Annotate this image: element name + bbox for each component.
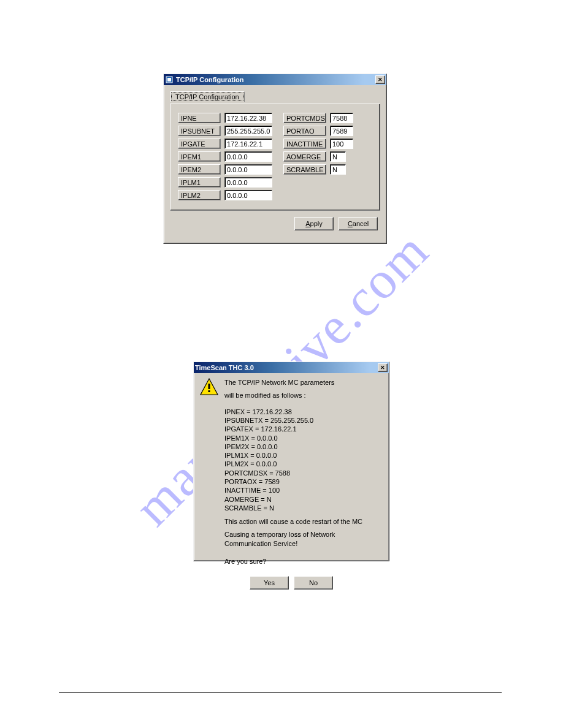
label-aomerge: AOMERGE [283, 151, 326, 162]
no-button-label: No [309, 579, 318, 586]
label-scramble: SCRAMBLE [283, 164, 326, 175]
input-aomerge[interactable]: N [330, 151, 346, 162]
cancel-button[interactable]: Cancel [339, 217, 378, 230]
param-line: PORTCMDSX = 7588 [224, 469, 383, 477]
label-ipne: IPNE [178, 113, 221, 123]
left-column: IPNE 172.16.22.38 IPSUBNET 255.255.255.0… [178, 113, 272, 203]
param-line: IPNEX = 172.16.22.38 [224, 408, 383, 416]
param-line: IPSUBNETX = 255.255.255.0 [224, 416, 383, 425]
param-line: IPLM1X = 0.0.0.0 [224, 451, 383, 460]
label-ipgate: IPGATE [178, 138, 221, 149]
input-ipem2[interactable]: 0.0.0.0 [224, 164, 272, 175]
label-iplm1: IPLM1 [178, 177, 221, 188]
input-ipgate[interactable]: 172.16.22.1 [224, 138, 272, 149]
yes-button[interactable]: Yes [250, 576, 289, 590]
cancel-button-label: Cancel [348, 220, 369, 227]
label-ipem2: IPEM2 [178, 164, 221, 175]
input-iplm2[interactable]: 0.0.0.0 [224, 190, 272, 200]
field-scramble: SCRAMBLE N [283, 164, 353, 175]
label-iplm2: IPLM2 [178, 190, 221, 200]
warning-line-2: Causing a temporary loss of Network Comm… [224, 530, 383, 548]
titlebar: TCP/IP Configuration ✕ [164, 74, 386, 85]
apply-button[interactable]: Apply [294, 217, 334, 230]
label-portcmds: PORTCMDS [283, 113, 326, 123]
button-row: Apply Cancel [164, 217, 378, 230]
apply-button-label: Apply [305, 220, 323, 227]
intro-line-2: will be modified as follows : [224, 391, 383, 400]
tab-tcpip-config[interactable]: TCP/IP Configuration [170, 91, 245, 102]
warning-icon [200, 378, 220, 570]
param-line: SCRAMBLE = N [224, 504, 383, 512]
window-title: TCP/IP Configuration [176, 76, 375, 83]
field-portcmds: PORTCMDS 7588 [283, 113, 353, 123]
tcpip-config-dialog: TCP/IP Configuration ✕ TCP/IP Configurat… [163, 74, 387, 244]
field-inacttime: INACTTIME 100 [283, 138, 353, 149]
field-portao: PORTAO 7589 [283, 126, 353, 136]
svg-rect-4 [209, 390, 210, 392]
confirm-question: Are you sure? [224, 557, 383, 566]
label-ipsubnet: IPSUBNET [178, 126, 221, 136]
label-ipem1: IPEM1 [178, 151, 221, 162]
param-line: AOMERGE = N [224, 495, 383, 504]
param-line: IPEM2X = 0.0.0.0 [224, 442, 383, 451]
window-title: TimeScan THC 3.0 [195, 364, 378, 371]
app-icon [165, 75, 174, 84]
tab-label: TCP/IP Configuration [175, 93, 239, 100]
intro-line-1: The TCP/IP Network MC parameters [224, 378, 383, 387]
param-line: INACTTIME = 100 [224, 486, 383, 495]
field-ipsubnet: IPSUBNET 255.255.255.0 [178, 126, 272, 136]
input-inacttime[interactable]: 100 [330, 138, 353, 149]
input-ipne[interactable]: 172.16.22.38 [224, 113, 272, 123]
tab-panel: IPNE 172.16.22.38 IPSUBNET 255.255.255.0… [170, 104, 380, 211]
yes-button-label: Yes [264, 579, 275, 586]
right-column: PORTCMDS 7588 PORTAO 7589 INACTTIME 100 … [283, 113, 353, 203]
label-inacttime: INACTTIME [283, 138, 326, 149]
svg-rect-3 [209, 384, 210, 389]
param-line: PORTAOX = 7589 [224, 477, 383, 486]
dialog-buttons: Yes No [194, 576, 389, 594]
input-ipem1[interactable]: 0.0.0.0 [224, 151, 272, 162]
no-button[interactable]: No [294, 576, 333, 590]
param-line: IPLM2X = 0.0.0.0 [224, 460, 383, 468]
field-ipgate: IPGATE 172.16.22.1 [178, 138, 272, 149]
field-iplm1: IPLM1 0.0.0.0 [178, 177, 272, 188]
input-ipsubnet[interactable]: 255.255.255.0 [224, 126, 272, 136]
param-line: IPEM1X = 0.0.0.0 [224, 434, 383, 442]
input-portao[interactable]: 7589 [330, 126, 353, 136]
page-divider [59, 692, 502, 693]
close-button[interactable]: ✕ [378, 363, 388, 372]
field-ipem2: IPEM2 0.0.0.0 [178, 164, 272, 175]
parameter-list: IPNEX = 172.16.22.38 IPSUBNETX = 255.255… [224, 408, 383, 513]
warning-line-1: This action will cause a code restart of… [224, 517, 383, 526]
titlebar: TimeScan THC 3.0 ✕ [194, 362, 389, 373]
label-portao: PORTAO [283, 126, 326, 136]
field-ipem1: IPEM1 0.0.0.0 [178, 151, 272, 162]
close-icon: ✕ [378, 77, 383, 83]
field-iplm2: IPLM2 0.0.0.0 [178, 190, 272, 200]
field-ipne: IPNE 172.16.22.38 [178, 113, 272, 123]
svg-rect-1 [167, 78, 171, 82]
field-aomerge: AOMERGE N [283, 151, 353, 162]
close-button[interactable]: ✕ [375, 75, 385, 84]
confirm-dialog: TimeScan THC 3.0 ✕ The TCP/IP Network MC… [193, 362, 389, 561]
input-portcmds[interactable]: 7588 [330, 113, 353, 123]
input-scramble[interactable]: N [330, 164, 346, 175]
tab-strip: TCP/IP Configuration [170, 91, 380, 104]
dialog-message: The TCP/IP Network MC parameters will be… [224, 378, 383, 570]
input-iplm1[interactable]: 0.0.0.0 [224, 177, 272, 188]
param-line: IPGATEX = 172.16.22.1 [224, 425, 383, 433]
close-icon: ✕ [380, 365, 385, 371]
